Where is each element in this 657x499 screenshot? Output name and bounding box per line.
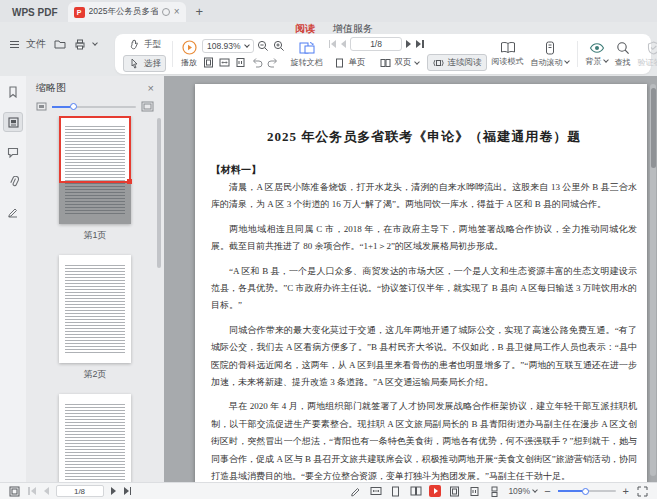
bookmarks-panel-button[interactable]: [3, 82, 23, 102]
sb-fit-page-icon[interactable]: [448, 485, 461, 498]
sb-fit-width-icon[interactable]: [369, 485, 382, 498]
thumbnail-scrollbar[interactable]: [157, 118, 161, 268]
sb-page-number-input[interactable]: [56, 485, 104, 497]
play-button[interactable]: 播放: [179, 39, 199, 69]
document-scrollbar[interactable]: [650, 84, 656, 476]
double-page-icon: [379, 56, 392, 69]
cursor-icon: [128, 57, 141, 70]
bookmark-icon: [8, 86, 18, 98]
thumbnail-panel-title: 缩略图: [36, 81, 66, 95]
continuous-read-button[interactable]: 连续阅读: [427, 54, 487, 71]
sb-single-page-icon[interactable]: [389, 485, 402, 498]
sidebar-icon-strip: [0, 76, 26, 482]
more-tools-chevron-icon[interactable]: [92, 40, 98, 46]
next-page-icon[interactable]: [405, 39, 412, 49]
sb-zoom-chevron-icon: [532, 487, 538, 493]
play-icon: [182, 40, 197, 55]
zoom-out-icon[interactable]: [257, 40, 270, 53]
open-folder-icon[interactable]: [53, 38, 66, 51]
continuous-read-icon: [432, 56, 445, 69]
sb-double-page-icon[interactable]: [409, 485, 422, 498]
document-viewport[interactable]: 2025 年公务员多省联考《申论》（福建通用卷）题 【材料一】 清晨，A 区居民…: [164, 76, 657, 482]
verify-signature-icon: [647, 41, 657, 55]
thumb-size-large-icon: [141, 101, 154, 112]
fit-width-icon[interactable]: [218, 56, 231, 69]
document-title: 2025 年公务员多省联考《申论》（福建通用卷）题: [211, 128, 637, 146]
prev-page-icon[interactable]: [340, 39, 347, 49]
thumbnail-page-2[interactable]: 第2页: [26, 255, 164, 381]
thumbnail-panel: 缩略图 × 第1页 第2页 第3页: [26, 76, 164, 482]
thumbnail-label: 第2页: [83, 368, 106, 381]
paragraph: 清晨，A 区居民小陈准备烧饭，打开水龙头，清洌的自来水哗哗流出。这股来自 13 …: [211, 179, 637, 214]
pdf-file-icon: P: [74, 7, 85, 18]
fit-page-icon[interactable]: [202, 56, 215, 69]
zoom-chevron-icon: [244, 42, 250, 48]
zoom-minus-button[interactable]: −: [544, 485, 550, 497]
sb-actual-size-icon[interactable]: [468, 485, 481, 498]
hand-icon: [128, 38, 141, 51]
paragraph: 同城合作带来的最大变化莫过于交通，这几年两地开通了城际公交，实现了高速公路免费互…: [211, 322, 637, 392]
auto-scroll-chevron-icon: [564, 58, 570, 64]
open-book-icon: [500, 41, 516, 54]
paragraph: 两地地域相连且同属 C 市，2018 年，在市政府主导下，两地签署战略合作协议，…: [211, 221, 637, 256]
redo-icon[interactable]: [266, 56, 279, 69]
eye-icon: [589, 42, 605, 54]
sb-prev-page-icon[interactable]: [43, 486, 50, 496]
background-chevron-icon: [603, 57, 609, 63]
find-button[interactable]: 查找: [613, 40, 633, 69]
double-page-button[interactable]: 双页: [374, 54, 424, 71]
zoom-slider[interactable]: [558, 490, 616, 492]
page-layout-icon[interactable]: [8, 485, 21, 498]
annotate-pen-icon[interactable]: [349, 485, 362, 498]
zoom-level-select[interactable]: 108.93%: [202, 39, 254, 53]
sb-next-page-icon[interactable]: [110, 486, 117, 496]
thumbnails-panel-button[interactable]: [3, 112, 23, 132]
last-page-icon[interactable]: [415, 39, 425, 49]
sb-zoom-level-select[interactable]: 109%: [508, 486, 537, 496]
viewport-resize-handle[interactable]: [127, 179, 132, 184]
zoom-plus-button[interactable]: +: [623, 485, 629, 497]
print-icon[interactable]: [73, 38, 86, 51]
rotate-document-button[interactable]: 旋转文档: [289, 40, 325, 69]
thumbnail-page-3[interactable]: 第3页: [26, 394, 164, 482]
slideshow-play-button[interactable]: [429, 485, 441, 497]
attachments-panel-button[interactable]: [3, 172, 23, 192]
signature-panel-button[interactable]: [3, 202, 23, 222]
select-tool-button[interactable]: 选择: [123, 55, 166, 72]
background-button[interactable]: 背景: [584, 41, 610, 68]
reading-toolbar: 手型 选择 播放 108.93%: [115, 34, 651, 74]
zoom-in-icon[interactable]: [273, 40, 286, 53]
undo-icon[interactable]: [250, 56, 263, 69]
search-icon: [616, 41, 630, 55]
sb-continuous-icon[interactable]: [488, 485, 501, 498]
single-page-button[interactable]: 单页: [328, 54, 371, 71]
thumbnail-list: 第1页 第2页 第3页: [26, 116, 164, 482]
comments-panel-button[interactable]: [3, 142, 23, 162]
new-tab-button[interactable]: +: [186, 4, 214, 22]
titlebar: WPS PDF P 2025年公务员多省联考《申论… × +: [0, 0, 657, 22]
tab-close-icon[interactable]: ×: [174, 7, 180, 17]
document-tab-title: 2025年公务员多省联考《申论…: [89, 6, 158, 18]
viewport-rect[interactable]: [59, 116, 131, 183]
panel-close-icon[interactable]: ×: [148, 82, 154, 94]
document-tab[interactable]: P 2025年公务员多省联考《申论… ×: [68, 2, 186, 22]
comment-icon: [7, 147, 19, 158]
first-page-icon[interactable]: [328, 39, 338, 49]
sb-first-page-icon[interactable]: [27, 486, 37, 496]
hamburger-menu-icon[interactable]: [10, 41, 19, 48]
reading-mode-button[interactable]: 阅读模式: [490, 40, 526, 68]
hand-tool-button[interactable]: 手型: [123, 36, 166, 53]
thumbnail-size-slider[interactable]: [52, 106, 136, 108]
menu-left: 文件: [10, 36, 97, 52]
fullscreen-icon[interactable]: [636, 485, 649, 498]
content-area: 缩略图 × 第1页 第2页 第3页: [0, 76, 657, 482]
page-number-input[interactable]: [350, 37, 402, 51]
thumb-size-small-icon: [36, 102, 47, 111]
sb-last-page-icon[interactable]: [123, 486, 133, 496]
paragraph: 早在 2020 年 4 月，两地组织部门就签署了人才协同发展战略合作框架协议，建…: [211, 398, 637, 482]
section-heading: 【材料一】: [211, 163, 637, 177]
auto-scroll-button[interactable]: 自动滚动: [529, 40, 571, 69]
actual-size-icon[interactable]: [234, 56, 247, 69]
file-menu[interactable]: 文件: [26, 37, 46, 51]
thumbnail-page-1[interactable]: 第1页: [26, 116, 164, 242]
